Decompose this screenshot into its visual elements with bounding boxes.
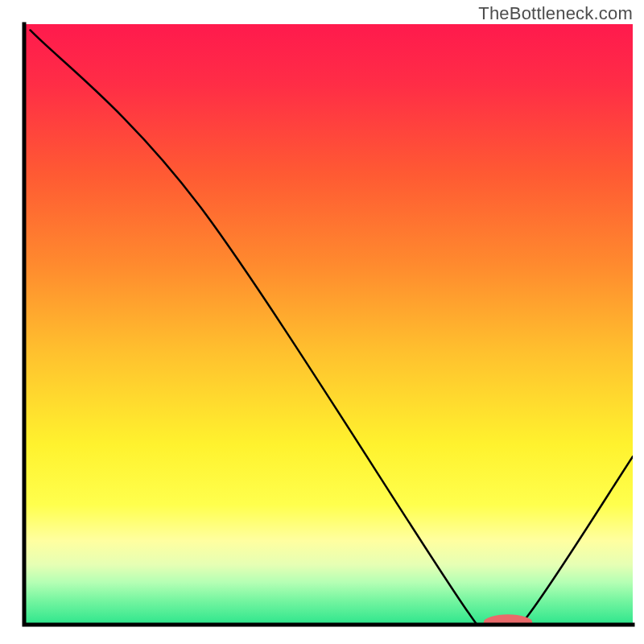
chart-background-gradient bbox=[24, 24, 633, 625]
watermark-text: TheBottleneck.com bbox=[478, 3, 633, 24]
optimal-marker bbox=[484, 614, 532, 630]
chart-svg bbox=[0, 0, 644, 644]
chart-container: TheBottleneck.com bbox=[0, 0, 644, 644]
